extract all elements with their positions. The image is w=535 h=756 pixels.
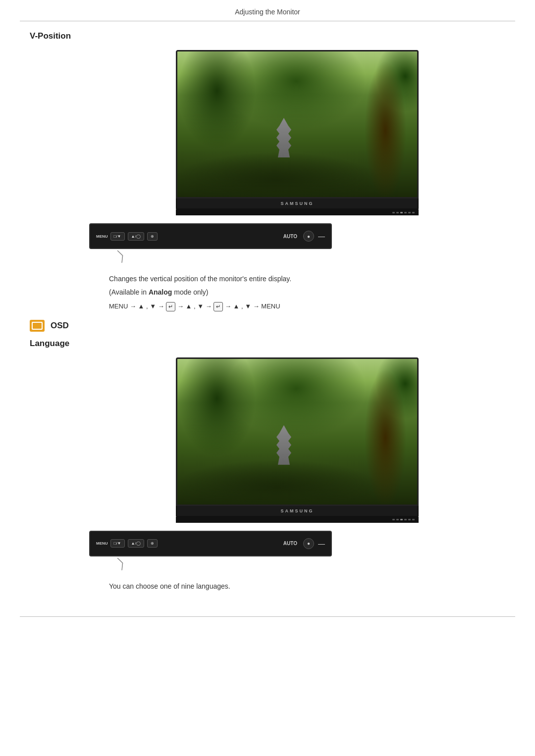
garden-scene-v-position (177, 51, 417, 197)
ctrl-btn2-lang[interactable]: ▲/◯ (128, 539, 144, 548)
ctrl-btn1-lang[interactable]: □/▼ (110, 539, 125, 548)
monitor-screen-language (176, 357, 419, 506)
ctrl-btn2-v-label: ▲/◯ (131, 234, 141, 239)
v-position-desc-bold: Analog (149, 288, 172, 296)
ctrl-btn3-lang[interactable]: ⊕ (147, 539, 158, 548)
language-control-area: MENU □/▼ ▲/◯ ⊕ AUTO ● — 〉 (89, 531, 505, 556)
ctrl-power-v[interactable]: ● (303, 231, 314, 242)
language-control-wrapper: MENU □/▼ ▲/◯ ⊕ AUTO ● — 〉 (89, 531, 332, 556)
ctrl-btn3-v-label: ⊕ (151, 234, 154, 239)
hand-cursor-v: 〉 (116, 247, 126, 264)
ctrl-btn2-v[interactable]: ▲/◯ (128, 232, 144, 241)
lang-status-dot-6 (412, 519, 415, 520)
bottom-divider (20, 616, 515, 617)
ctrl-btn1-v[interactable]: □/▼ (110, 232, 125, 241)
lang-status-dot-3 (400, 519, 403, 520)
language-monitor-container: SAMSUNG (89, 357, 505, 523)
v-position-monitor-container: SAMSUNG (89, 50, 505, 215)
v-position-menu-seq: MENU → ▲ , ▼ → ↵ → ▲ , ▼ → ↵ → ▲ , ▼ → M… (109, 302, 456, 312)
sq-btn-1: ↵ (166, 302, 175, 312)
status-dot-3 (400, 212, 403, 213)
page-title: Adjusting the Monitor (0, 0, 535, 21)
v-position-desc-2: (Available in Analog mode only) (109, 287, 456, 298)
monitor-screen-v-position (176, 50, 419, 199)
lang-status-dot-5 (408, 519, 411, 520)
ctrl-power-lang[interactable]: ● (303, 538, 314, 549)
language-title: Language (30, 339, 505, 349)
ctrl-dash-v: — (318, 232, 325, 240)
ctrl-btn3-lang-label: ⊕ (151, 541, 154, 546)
v-position-title: V-Position (30, 31, 505, 41)
status-dot-1 (392, 212, 395, 213)
monitor-status-v-position (176, 209, 419, 215)
lang-status-dot-4 (404, 519, 407, 520)
v-position-description: Changes the vertical position of the mon… (109, 274, 456, 312)
monitor-status-language (176, 517, 419, 523)
garden-scene-language (177, 359, 417, 504)
ctrl-auto-lang[interactable]: AUTO (283, 541, 297, 546)
samsung-logo-v-position: SAMSUNG (280, 201, 314, 206)
v-position-desc-1: Changes the vertical position of the mon… (109, 274, 456, 284)
status-dot-4 (404, 212, 407, 213)
language-desc-1: You can choose one of nine languages. (109, 581, 456, 592)
status-dot-5 (408, 212, 411, 213)
lang-status-dot-2 (396, 519, 399, 520)
status-dot-6 (412, 212, 415, 213)
menu-label-v: MENU (96, 234, 108, 239)
language-description: You can choose one of nine languages. (109, 581, 456, 592)
v-position-section: V-Position SAMSUNG MENU □/▼ ▲/◯ (0, 21, 535, 312)
ctrl-btn1-v-label: □/▼ (114, 234, 121, 239)
hand-cursor-lang: 〉 (116, 554, 126, 571)
lang-status-dot-1 (392, 519, 395, 520)
ctrl-btn2-lang-label: ▲/◯ (131, 541, 141, 546)
menu-label-lang: MENU (96, 541, 108, 546)
language-section: Language SAMSUNG MENU □/▼ ▲/◯ (0, 334, 535, 606)
sq-btn-2: ↵ (214, 302, 223, 312)
v-position-desc-2a: (Available in (109, 288, 149, 296)
osd-icon (30, 320, 45, 332)
v-position-control-area: MENU □/▼ ▲/◯ ⊕ AUTO ● — 〉 (89, 223, 505, 249)
ctrl-auto-v[interactable]: AUTO (283, 234, 297, 239)
monitor-base-language: SAMSUNG (176, 506, 419, 517)
samsung-logo-language: SAMSUNG (280, 508, 314, 513)
ctrl-btn1-lang-label: □/▼ (114, 541, 121, 546)
ctrl-dash-lang: — (318, 540, 325, 548)
ctrl-btn3-v[interactable]: ⊕ (147, 232, 158, 241)
status-dot-2 (396, 212, 399, 213)
v-position-desc-2b: mode only) (172, 288, 208, 296)
osd-section-header: OSD (30, 320, 505, 332)
osd-title: OSD (51, 321, 69, 331)
language-control-bar: MENU □/▼ ▲/◯ ⊕ AUTO ● — (89, 531, 332, 556)
v-position-control-wrapper: MENU □/▼ ▲/◯ ⊕ AUTO ● — 〉 (89, 223, 332, 249)
monitor-base-v-position: SAMSUNG (176, 199, 419, 209)
v-position-control-bar: MENU □/▼ ▲/◯ ⊕ AUTO ● — (89, 223, 332, 249)
page-header-area: Adjusting the Monitor (0, 0, 535, 21)
